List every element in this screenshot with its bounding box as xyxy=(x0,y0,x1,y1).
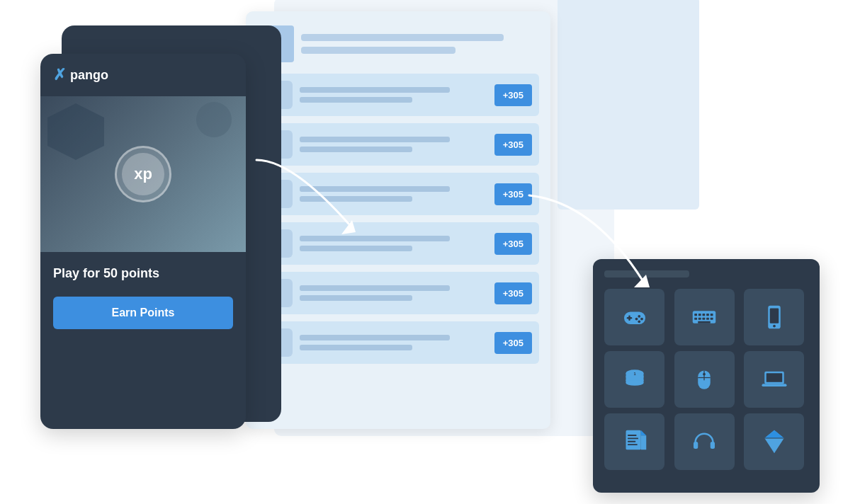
icon-grid: 1 xyxy=(604,289,808,470)
coins-icon-cell[interactable]: 1 xyxy=(604,351,664,408)
mouse-icon xyxy=(690,365,718,394)
svg-rect-43 xyxy=(628,441,635,442)
mobile-card-header: ✗ pango xyxy=(40,54,246,96)
svg-rect-14 xyxy=(711,314,713,316)
xp-inner: xp xyxy=(122,153,164,195)
bg-light-panel-tr xyxy=(558,0,699,210)
list-item-lines xyxy=(300,137,487,152)
main-scene: ✗ pango xp Play for 50 points Earn Point… xyxy=(40,11,820,493)
svg-rect-22 xyxy=(770,309,779,323)
svg-rect-10 xyxy=(694,314,697,316)
keyboard-icon-cell[interactable] xyxy=(674,289,735,345)
svg-rect-39 xyxy=(626,430,640,450)
list-item-line-short xyxy=(300,147,412,152)
svg-rect-4 xyxy=(626,317,632,319)
svg-rect-12 xyxy=(703,314,706,316)
svg-point-7 xyxy=(635,318,638,321)
list-item-line-short xyxy=(300,295,412,301)
list-item-line-long xyxy=(300,335,450,340)
list-item-line-long xyxy=(300,285,450,291)
list-item[interactable]: +305 xyxy=(257,272,539,314)
svg-point-23 xyxy=(773,325,776,328)
geo-circle xyxy=(196,102,232,137)
mobile-card-body: Play for 50 points Earn Points xyxy=(40,252,246,429)
mobile-card: ✗ pango xp Play for 50 points Earn Point… xyxy=(40,54,246,429)
list-header-line-long xyxy=(301,34,504,41)
list-header-lines xyxy=(301,34,539,54)
gamepad-icon xyxy=(621,303,649,331)
diamond-icon xyxy=(760,428,788,456)
svg-rect-41 xyxy=(628,435,637,436)
list-header-line-short xyxy=(301,47,456,54)
svg-marker-48 xyxy=(764,430,784,438)
mouse-icon-cell[interactable] xyxy=(674,351,735,408)
arrow-mobile-to-list xyxy=(249,153,377,252)
points-badge: +305 xyxy=(494,134,532,156)
list-item-line-long xyxy=(300,87,450,93)
svg-rect-19 xyxy=(711,318,713,320)
list-item-lines xyxy=(300,335,487,350)
headphones-icon-cell[interactable] xyxy=(674,413,735,470)
list-item-line-short xyxy=(300,97,412,103)
list-item-line-long xyxy=(300,137,450,142)
svg-point-8 xyxy=(638,320,640,323)
earn-points-button[interactable]: Earn Points xyxy=(53,297,233,329)
arrow-list-to-grid xyxy=(522,188,664,302)
list-item-lines xyxy=(300,285,487,301)
document-icon xyxy=(621,428,649,456)
diamond-icon-cell[interactable] xyxy=(744,413,804,470)
xp-label: xp xyxy=(134,165,152,183)
svg-rect-13 xyxy=(706,314,709,316)
svg-rect-45 xyxy=(694,442,698,449)
svg-point-35 xyxy=(703,373,706,376)
svg-rect-42 xyxy=(628,437,638,439)
svg-rect-17 xyxy=(703,318,706,320)
svg-rect-40 xyxy=(640,435,646,449)
points-badge: +305 xyxy=(494,84,532,106)
svg-marker-1 xyxy=(634,275,650,287)
svg-rect-38 xyxy=(762,384,786,386)
svg-rect-15 xyxy=(694,318,697,320)
laptop-icon-cell[interactable] xyxy=(744,351,804,408)
keyboard-icon xyxy=(690,303,718,331)
xpango-name: pango xyxy=(70,68,108,83)
svg-rect-46 xyxy=(711,442,715,449)
play-text: Play for 50 points xyxy=(53,266,233,281)
mobile-card-image: xp xyxy=(40,96,246,252)
svg-rect-20 xyxy=(698,321,711,323)
xpango-logo: ✗ pango xyxy=(53,66,108,84)
coins-icon: 1 xyxy=(621,365,649,394)
list-item[interactable]: +305 xyxy=(257,74,539,116)
mobile-phone-icon-cell[interactable] xyxy=(744,289,804,345)
svg-point-6 xyxy=(640,318,643,321)
points-badge: +305 xyxy=(494,332,532,354)
svg-rect-37 xyxy=(766,373,783,382)
svg-rect-18 xyxy=(706,318,709,320)
svg-point-30 xyxy=(626,380,643,386)
mobile-phone-icon xyxy=(760,303,788,331)
document-icon-cell[interactable] xyxy=(604,413,664,470)
svg-point-5 xyxy=(638,315,640,318)
list-item-lines xyxy=(300,87,487,103)
geo-hexagon xyxy=(47,103,104,160)
laptop-icon xyxy=(760,365,788,394)
svg-rect-44 xyxy=(628,444,638,445)
svg-rect-16 xyxy=(698,318,701,320)
svg-text:1: 1 xyxy=(633,372,635,376)
list-item-line-short xyxy=(300,345,412,350)
xp-circle: xp xyxy=(115,146,171,202)
headphones-icon xyxy=(690,428,718,456)
list-header xyxy=(257,25,539,62)
list-item[interactable]: +305 xyxy=(257,321,539,364)
svg-rect-11 xyxy=(698,314,701,316)
xpango-x: ✗ xyxy=(53,66,66,84)
